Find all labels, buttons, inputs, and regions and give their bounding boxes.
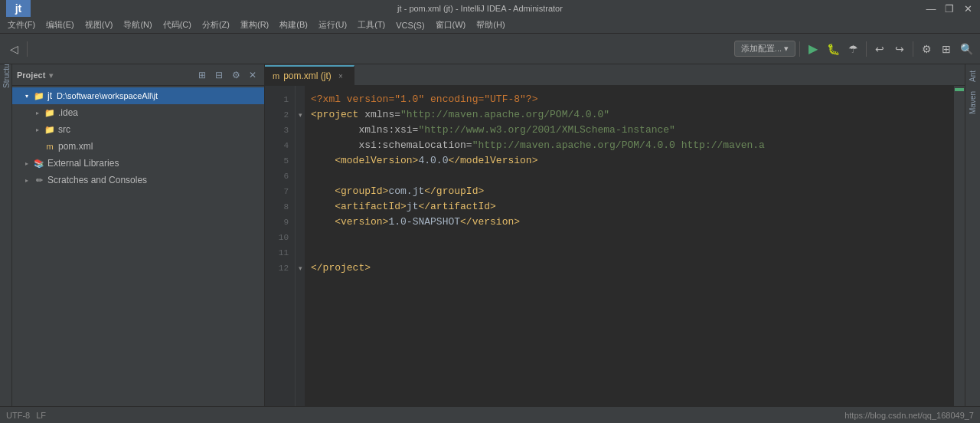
fold-mark-9 xyxy=(296,215,305,230)
fold-mark-5 xyxy=(296,153,305,169)
coverage-button[interactable]: ☂ xyxy=(844,40,862,58)
panel-close-btn[interactable]: ✕ xyxy=(246,68,260,82)
menu-item-重构(R)[interactable]: 重构(R) xyxy=(236,18,273,32)
tree-item-src[interactable]: 📁src xyxy=(12,121,264,138)
right-panel-maven[interactable]: Maven xyxy=(969,88,977,117)
tree-arrow-idea xyxy=(34,109,41,116)
menu-item-VCS(S)[interactable]: VCS(S) xyxy=(391,19,429,31)
editor-tab-pom[interactable]: m pom.xml (jt) × xyxy=(265,65,354,85)
title-bar: jt jt - pom.xml (jt) - IntelliJ IDEA - A… xyxy=(0,0,980,17)
menu-item-运行(U)[interactable]: 运行(U) xyxy=(314,18,351,32)
code-segment: </project> xyxy=(311,261,371,276)
menu-item-工具(T)[interactable]: 工具(T) xyxy=(353,18,390,32)
menu-item-导航(N)[interactable]: 导航(N) xyxy=(119,18,156,32)
code-segment: </artifactId> xyxy=(418,199,495,215)
fold-mark-1 xyxy=(296,92,305,107)
maximize-button[interactable]: ❐ xyxy=(943,2,956,15)
menu-item-编辑(E)[interactable]: 编辑(E) xyxy=(41,18,79,32)
toolbar-separator-2 xyxy=(799,41,800,57)
menu-item-视图(V)[interactable]: 视图(V) xyxy=(80,18,118,32)
code-segment: <groupId> xyxy=(311,184,388,199)
right-panel-ant[interactable]: Ant xyxy=(969,67,977,85)
fold-mark-10 xyxy=(296,230,305,245)
redo-button[interactable]: ↪ xyxy=(890,40,909,58)
code-segment: 4.0.0 xyxy=(418,153,448,169)
tree-item-idea[interactable]: 📁.idea xyxy=(12,104,264,121)
code-line-10 xyxy=(311,230,948,245)
line-number-7: 7 xyxy=(283,184,295,199)
fold-mark-2[interactable]: ▾ xyxy=(296,107,305,123)
tree-label-ext-libs: External Libraries xyxy=(47,158,119,169)
code-line-7: <groupId>com.jt</groupId> xyxy=(311,184,948,199)
line-number-5: 5 xyxy=(283,153,295,169)
tree-item-ext-libs[interactable]: 📚External Libraries xyxy=(12,155,264,172)
code-segment: xmlns:xsi= xyxy=(311,123,418,138)
line-number-11: 11 xyxy=(279,245,295,261)
panel-settings-btn[interactable]: ⚙ xyxy=(229,68,243,82)
menu-item-窗口(W)[interactable]: 窗口(W) xyxy=(431,18,471,32)
fold-gutter: ▾▾ xyxy=(296,86,305,406)
tree-item-scratches[interactable]: ✏Scratches and Consoles xyxy=(12,172,264,189)
add-config-button[interactable]: 添加配置... ▾ xyxy=(734,41,795,57)
code-line-9: <version>1.0-SNAPSHOT</version> xyxy=(311,215,948,230)
line-number-2: 2 xyxy=(283,107,295,123)
code-segment: <modelVersion> xyxy=(311,153,418,169)
tree-icon-root: 📁 xyxy=(34,90,44,101)
status-line-sep: LF xyxy=(36,411,46,420)
code-segment: <version> xyxy=(311,215,388,230)
minimize-button[interactable]: — xyxy=(925,2,937,15)
tree-label-root: jt xyxy=(47,90,52,101)
search-button[interactable]: 🔍 xyxy=(957,40,975,58)
structure-icon[interactable]: Structure xyxy=(1,67,11,78)
menu-bar: 文件(F)编辑(E)视图(V)导航(N)代码(C)分析(Z)重构(R)构建(B)… xyxy=(0,17,980,34)
menu-item-构建(B)[interactable]: 构建(B) xyxy=(275,18,312,32)
status-encoding: UTF-8 xyxy=(6,411,30,420)
project-panel-title: Project ▾ xyxy=(17,70,192,80)
tree-label-scratches: Scratches and Consoles xyxy=(47,175,147,185)
project-panel: Project ▾ ⊞ ⊟ ⚙ ✕ 📁jt D:\software\worksp… xyxy=(12,64,265,406)
view-button[interactable]: ⊞ xyxy=(937,40,956,58)
right-gutter xyxy=(954,86,965,406)
line-number-1: 1 xyxy=(283,92,295,107)
tab-close-btn[interactable]: × xyxy=(335,70,346,81)
tree-item-root[interactable]: 📁jt D:\software\workspaceAll\jt xyxy=(12,87,264,104)
main-content: Structure Project ▾ ⊞ ⊟ ⚙ ✕ 📁jt D:\softw… xyxy=(0,64,980,406)
code-segment: "http://maven.apache.org/POM/4.0.0" xyxy=(400,107,609,123)
code-segment: <?xml version="1.0" encoding="UTF-8"?> xyxy=(311,92,537,107)
code-segment: 1.0-SNAPSHOT xyxy=(388,215,460,230)
code-segment: jt xyxy=(407,199,419,215)
code-line-6 xyxy=(311,169,948,184)
panel-collapse-btn[interactable]: ⊟ xyxy=(212,68,226,82)
status-bar: UTF-8 LF https://blog.csdn.net/qq_168049… xyxy=(0,406,980,423)
fold-mark-12[interactable]: ▾ xyxy=(296,261,305,276)
code-line-8: <artifactId>jt</artifactId> xyxy=(311,199,948,215)
menu-item-帮助(H)[interactable]: 帮助(H) xyxy=(472,18,509,32)
status-watermark: https://blog.csdn.net/qq_168049_7 xyxy=(844,411,974,420)
editor-content: 123456789101112 ▾▾ <?xml version="1.0" e… xyxy=(265,86,965,406)
line-number-8: 8 xyxy=(283,199,295,215)
left-panel-icons: Structure xyxy=(0,64,12,406)
close-button[interactable]: ✕ xyxy=(962,2,974,15)
settings-button[interactable]: ⚙ xyxy=(917,40,936,58)
code-line-2: <project xmlns="http://maven.apache.org/… xyxy=(311,107,948,123)
back-button[interactable]: ◁ xyxy=(5,40,23,58)
editor-tabs: m pom.xml (jt) × xyxy=(265,64,965,86)
menu-item-分析(Z)[interactable]: 分析(Z) xyxy=(198,18,234,32)
panel-expand-btn[interactable]: ⊞ xyxy=(195,68,209,82)
undo-button[interactable]: ↩ xyxy=(871,40,889,58)
code-area[interactable]: <?xml version="1.0" encoding="UTF-8"?><p… xyxy=(305,86,954,406)
tab-icon: m xyxy=(273,71,279,80)
line-number-4: 4 xyxy=(283,138,295,153)
debug-button[interactable]: 🐛 xyxy=(824,40,842,58)
menu-item-代码(C)[interactable]: 代码(C) xyxy=(158,18,196,32)
title-bar-title: jt - pom.xml (jt) - IntelliJ IDEA - Admi… xyxy=(35,4,925,13)
right-panel-icons: AntMaven xyxy=(965,64,980,406)
tree-icon-ext-libs: 📚 xyxy=(34,158,44,169)
code-line-11 xyxy=(311,245,948,261)
run-button[interactable]: ▶ xyxy=(804,40,822,58)
menu-item-文件(F)[interactable]: 文件(F) xyxy=(3,18,40,32)
tree-icon-scratches: ✏ xyxy=(34,175,44,185)
code-segment: "http://www.w3.org/2001/XMLSchema-instan… xyxy=(418,123,675,138)
tree-item-pom[interactable]: mpom.xml xyxy=(12,138,264,155)
code-segment: "http://maven.apache.org/POM/4.0.0 http:… xyxy=(472,138,765,153)
